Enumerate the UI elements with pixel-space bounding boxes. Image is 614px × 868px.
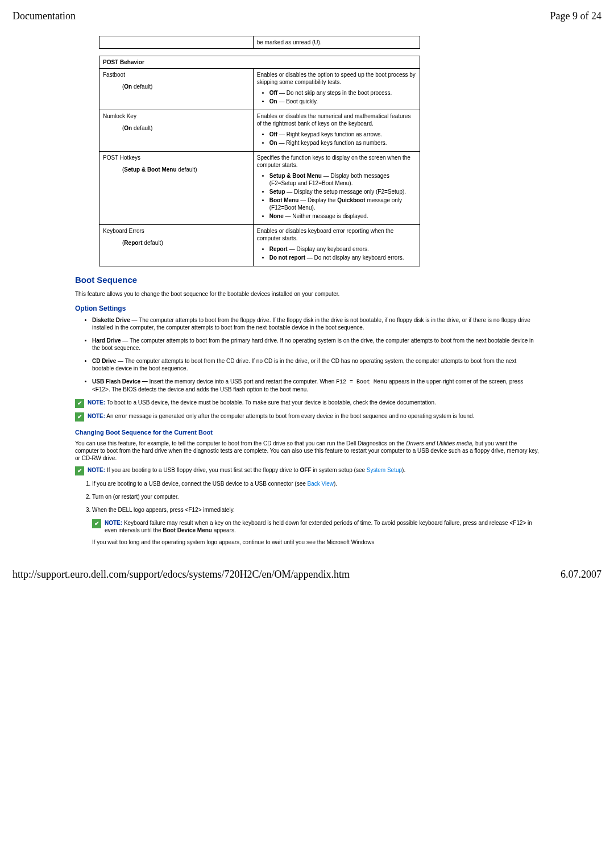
doc-title: Documentation	[13, 10, 76, 22]
note-body: If you are booting to a USB floppy drive…	[107, 467, 300, 473]
opt-text: — Do not skip any steps in the boot proc…	[279, 90, 392, 96]
boot-seq-intro: This feature allows you to change the bo…	[75, 290, 539, 298]
fastboot-title: Fastboot	[103, 72, 125, 78]
opt-text: — Boot quickly.	[279, 98, 318, 105]
list-item: On — Boot quickly.	[269, 98, 416, 105]
table-row: Fastboot (On default) Enables or disable…	[99, 69, 420, 110]
system-setup-link[interactable]: System Setup	[367, 467, 402, 473]
note-body: appears.	[212, 527, 236, 533]
option-settings-heading: Option Settings	[75, 304, 539, 314]
drivers-media-italic: Drivers and Utilities media	[406, 440, 472, 446]
note-label: NOTE:	[88, 467, 105, 473]
changing-boot-heading: Changing Boot Sequence for the Current B…	[75, 428, 539, 436]
note-text: NOTE: To boot to a USB device, the devic…	[88, 399, 539, 406]
note-body: ).	[402, 467, 405, 473]
list-item: On — Right keypad keys function as numbe…	[269, 139, 416, 147]
note-block: ✔ NOTE: An error message is generated on…	[75, 412, 539, 422]
note-text: NOTE: An error message is generated only…	[88, 412, 539, 420]
fastboot-default-on: On	[124, 84, 132, 90]
page-footer: http://support.euro.dell.com/support/edo…	[13, 569, 601, 581]
kb-errors-title: Keyboard Errors	[103, 228, 144, 234]
step-item: When the DELL logo appears, press <F12> …	[92, 506, 539, 514]
note-icon: ✔	[75, 466, 84, 475]
opt-text: — The computer attempts to boot from the…	[92, 337, 534, 351]
note-body: An error message is generated only after…	[106, 413, 474, 419]
numlock-desc: Enables or disables the numerical and ma…	[257, 112, 416, 127]
page-header: Documentation Page 9 of 24	[13, 10, 601, 22]
note-label: NOTE:	[105, 520, 122, 526]
numlock-options: Off — Right keypad keys function as arro…	[257, 131, 416, 147]
fastboot-options: Off — Do not skip any steps in the boot …	[257, 89, 416, 105]
boot-sequence-heading: Boot Sequence	[75, 274, 539, 286]
note-body: in system setup (see	[312, 467, 367, 473]
changing-boot-para: You can use this feature, for example, t…	[75, 440, 539, 462]
footer-url: http://support.euro.dell.com/support/edo…	[13, 569, 350, 581]
note-block: ✔ NOTE: If you are booting to a USB flop…	[75, 466, 539, 475]
list-item: None — Neither message is displayed.	[269, 212, 416, 220]
post-behavior-header: POST Behavior	[99, 56, 420, 69]
kb-errors-desc: Enables or disables keyboard error repor…	[257, 227, 416, 242]
page-content: be marked as unread (U). POST Behavior F…	[75, 36, 539, 546]
numlock-title: Numlock Key	[103, 113, 136, 119]
table-row: Keyboard Errors (Report default) Enables…	[99, 225, 420, 266]
list-item: Off — Do not skip any steps in the boot …	[269, 89, 416, 97]
note-text: NOTE: If you are booting to a USB floppy…	[88, 466, 539, 474]
post-behavior-table: POST Behavior Fastboot (On default) Enab…	[99, 56, 420, 266]
step-item: Turn on (or restart) your computer.	[92, 493, 539, 500]
list-item: Report — Display any keyboard errors.	[269, 245, 416, 253]
list-item: Setup — Display the setup message only (…	[269, 188, 416, 195]
code-f12: F12 = Boot Menu	[336, 379, 387, 385]
footer-date: 6.07.2007	[561, 569, 601, 581]
option-settings-list: Diskette Drive — The computer attempts t…	[75, 316, 539, 393]
note-icon: ✔	[75, 399, 84, 408]
table-header-row: POST Behavior	[99, 56, 420, 69]
table-row: POST Hotkeys (Setup & Boot Menu default)…	[99, 152, 420, 225]
step-text: If you are booting to a USB device, conn…	[92, 481, 308, 487]
list-item: Do not report — Do not display any keybo…	[269, 254, 416, 261]
note-block: ✔ NOTE: To boot to a USB device, the dev…	[75, 399, 539, 408]
note-icon: ✔	[75, 412, 84, 422]
opt-text: Insert the memory device into a USB port…	[150, 378, 337, 385]
note-body: To boot to a USB device, the device must…	[107, 399, 436, 406]
list-item: Setup & Boot Menu — Display both message…	[269, 172, 416, 187]
para-part: You can use this feature, for example, t…	[75, 440, 406, 446]
table-row: be marked as unread (U).	[99, 36, 420, 49]
opt-text: The computer attempts to boot from the f…	[92, 317, 530, 331]
list-item: Hard Drive — The computer attempts to bo…	[92, 337, 539, 352]
table-continuation: be marked as unread (U).	[99, 36, 420, 49]
page-number: Page 9 of 24	[550, 10, 601, 22]
list-item: Off — Right keypad keys function as arro…	[269, 131, 416, 138]
list-item: CD Drive — The computer attempts to boot…	[92, 357, 539, 372]
table-row: Numlock Key (On default) Enables or disa…	[99, 110, 420, 152]
hotkeys-desc: Specifies the function keys to display o…	[257, 154, 416, 169]
list-item: Boot Menu — Display the Quickboot messag…	[269, 197, 416, 211]
fastboot-desc: Enables or disables the option to speed …	[257, 71, 416, 86]
note-block: ✔ NOTE: Keyboard failure may result when…	[92, 519, 539, 534]
hotkeys-title: POST Hotkeys	[103, 155, 140, 161]
back-view-link[interactable]: Back View	[308, 481, 334, 487]
trailing-paragraph: If you wait too long and the operating s…	[92, 539, 539, 546]
kb-errors-options: Report — Display any keyboard errors. Do…	[257, 245, 416, 261]
note-label: NOTE:	[88, 413, 105, 419]
note-text: NOTE: Keyboard failure may result when a…	[105, 519, 539, 534]
note-label: NOTE:	[88, 399, 105, 406]
opt-text: — Right keypad keys function as arrows.	[279, 131, 382, 137]
kb-errors-default: Report	[124, 240, 142, 246]
opt-text: — Right keypad keys function as numbers.	[279, 140, 387, 146]
page: Documentation Page 9 of 24 be marked as …	[0, 0, 614, 868]
hotkeys-options: Setup & Boot Menu — Display both message…	[257, 172, 416, 220]
steps-list: If you are booting to a USB device, conn…	[75, 480, 539, 514]
unread-note: be marked as unread (U).	[253, 36, 420, 49]
numlock-default-on: On	[124, 125, 132, 131]
step-text: ).	[334, 481, 337, 487]
off-bold: OFF	[300, 467, 312, 473]
boot-device-menu-bold: Boot Device Menu	[163, 527, 212, 533]
step-item: If you are booting to a USB device, conn…	[92, 480, 539, 487]
list-item: Diskette Drive — The computer attempts t…	[92, 316, 539, 331]
step-text: Turn on (or restart) your computer.	[92, 494, 179, 500]
list-item: USB Flash Device — Insert the memory dev…	[92, 378, 539, 393]
opt-text: — The computer attempts to boot from the…	[92, 358, 516, 372]
note-icon: ✔	[92, 519, 101, 528]
step-text: When the DELL logo appears, press <F12> …	[92, 507, 235, 513]
hotkeys-default: Setup & Boot Menu	[124, 166, 176, 173]
